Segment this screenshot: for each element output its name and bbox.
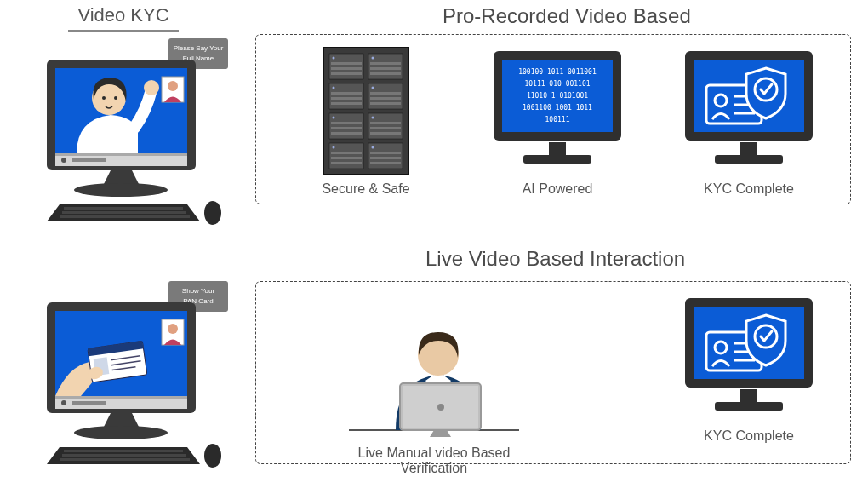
svg-rect-21 (370, 67, 401, 70)
server-rack-icon (319, 47, 413, 175)
monitor-binary-icon: 100100 1011 0011001 10111 010 001101 110… (485, 47, 630, 175)
svg-text:Show Your: Show Your (182, 287, 215, 295)
svg-rect-32 (370, 122, 401, 124)
svg-rect-36 (331, 157, 362, 159)
svg-rect-31 (331, 132, 362, 135)
svg-rect-106 (64, 450, 183, 452)
svg-point-91 (102, 96, 106, 100)
svg-rect-24 (331, 97, 362, 100)
svg-rect-85 (72, 158, 106, 162)
card-live-verify: Live Manual video Based Verification (323, 294, 545, 476)
svg-text:1001100 1001  1011: 1001100 1001 1011 (523, 104, 592, 112)
svg-point-95 (168, 81, 178, 91)
card-kyc-complete-bottom-label: KYC Complete (664, 428, 834, 444)
svg-text:10111 010  001101: 10111 010 001101 (524, 80, 590, 88)
svg-rect-17 (331, 62, 362, 65)
monitor-kyc-icon (677, 47, 821, 175)
card-ai-powered: 100100 1011 0011001 10111 010 001101 110… (472, 47, 642, 197)
svg-rect-70 (715, 402, 783, 411)
svg-rect-23 (331, 92, 362, 95)
svg-rect-20 (370, 62, 401, 65)
svg-point-15 (372, 117, 374, 119)
illustration-video-call-name: Please Say Your Full Name (34, 38, 230, 226)
mouse-icon (204, 444, 221, 468)
keyboard-icon (47, 447, 200, 464)
svg-point-92 (114, 96, 117, 100)
card-kyc-complete-bottom: KYC Complete (664, 294, 834, 444)
svg-rect-30 (331, 127, 362, 129)
svg-rect-18 (331, 67, 362, 70)
svg-text:100100 1011  0011001: 100100 1011 0011001 (518, 68, 597, 76)
svg-rect-38 (370, 152, 401, 154)
card-ai-powered-label: AI Powered (472, 181, 642, 197)
svg-rect-102 (55, 396, 187, 399)
svg-rect-69 (740, 389, 757, 402)
svg-rect-29 (331, 122, 362, 124)
card-secure-safe: Secure & Safe (281, 47, 451, 197)
pip-avatar-icon (162, 319, 184, 345)
svg-point-105 (74, 426, 168, 439)
svg-rect-34 (370, 132, 401, 135)
card-kyc-complete-top-label: KYC Complete (664, 181, 834, 197)
svg-rect-19 (331, 72, 362, 75)
svg-rect-25 (331, 102, 362, 105)
svg-point-9 (333, 57, 335, 60)
svg-point-11 (333, 117, 335, 119)
svg-point-66 (437, 404, 444, 411)
svg-rect-40 (370, 162, 401, 164)
keyboard-icon (47, 204, 200, 221)
svg-rect-26 (370, 92, 401, 95)
svg-text:100111: 100111 (545, 116, 570, 124)
svg-point-93 (144, 80, 159, 95)
pip-avatar-icon (162, 77, 184, 102)
svg-point-12 (333, 146, 335, 149)
svg-point-10 (333, 87, 335, 89)
svg-rect-83 (55, 153, 187, 156)
svg-rect-35 (331, 152, 362, 154)
svg-rect-44 (523, 155, 591, 164)
illustration-video-call-pan: Show Your PAN Card (34, 281, 230, 468)
svg-rect-37 (331, 162, 362, 164)
section2-title: Live Video Based Interaction (425, 247, 685, 271)
svg-point-14 (372, 87, 374, 89)
svg-rect-33 (370, 127, 401, 129)
svg-rect-43 (549, 142, 566, 155)
mouse-icon (204, 201, 221, 225)
svg-rect-104 (72, 401, 106, 405)
svg-point-84 (61, 158, 66, 163)
svg-rect-53 (715, 155, 783, 164)
svg-rect-87 (64, 207, 183, 210)
svg-text:Please Say Your: Please Say Your (174, 44, 224, 52)
svg-point-16 (372, 146, 374, 149)
section1-title: Pro-Recorded Video Based (443, 4, 691, 28)
monitor-kyc-icon (677, 294, 821, 422)
svg-point-13 (372, 57, 374, 60)
card-live-verify-label: Live Manual video Based Verification (323, 445, 545, 476)
svg-rect-28 (370, 102, 401, 105)
left-title: Video KYC (68, 4, 179, 32)
card-kyc-complete-top: KYC Complete (664, 47, 834, 197)
svg-text:11010 1    0101001: 11010 1 0101001 (527, 92, 588, 100)
card-secure-safe-label: Secure & Safe (281, 181, 451, 197)
svg-point-103 (61, 400, 66, 405)
svg-point-86 (74, 183, 168, 197)
svg-rect-88 (62, 211, 186, 214)
agent-monitor-icon (349, 294, 519, 439)
svg-rect-108 (60, 458, 190, 461)
svg-point-117 (168, 324, 178, 334)
svg-rect-89 (60, 215, 190, 218)
svg-rect-22 (370, 72, 401, 75)
svg-rect-107 (62, 454, 186, 457)
svg-rect-39 (370, 157, 401, 159)
svg-rect-27 (370, 97, 401, 100)
svg-rect-52 (740, 142, 757, 155)
